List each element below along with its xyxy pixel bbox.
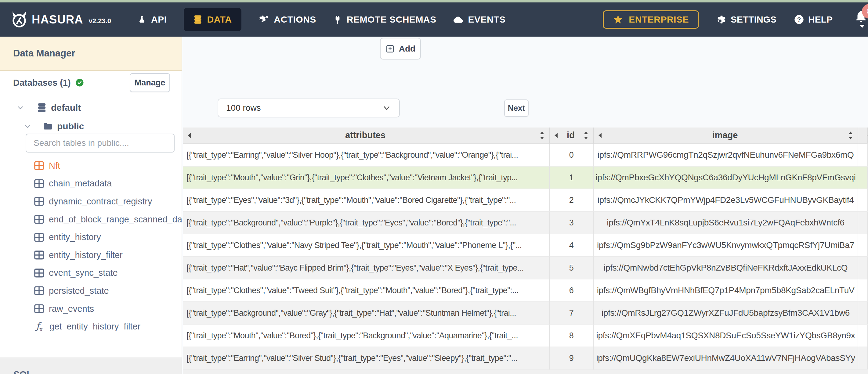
cell-attributes[interactable]: [{"trait_type":"Background","value":"Gra… — [183, 302, 550, 324]
table-body: [{"trait_type":"Earring","value":"Silver… — [183, 144, 868, 374]
table-item-label: get_entity_history_filter — [50, 321, 141, 332]
caret-left-icon[interactable] — [186, 132, 192, 139]
cell-attributes[interactable]: [{"trait_type":"Clothes","value":"Tweed … — [183, 279, 550, 302]
cell-id[interactable]: 4 — [550, 234, 594, 257]
database-name: default — [51, 102, 81, 113]
sort-icon[interactable] — [583, 131, 589, 140]
table-icon — [34, 197, 44, 206]
cell-attributes[interactable]: [{"trait_type":"Background","value":"Pur… — [183, 212, 550, 234]
chevron-down-icon[interactable] — [24, 123, 31, 130]
data-manager-title: Data Manager — [0, 37, 182, 71]
nav-right-group: ENTERPRISE SETTINGS ? HELP 8 — [603, 9, 868, 30]
cell-extra — [858, 257, 868, 279]
help-button[interactable]: ? HELP — [794, 14, 833, 25]
flask-icon — [138, 15, 146, 24]
cell-attributes[interactable]: [{"trait_type":"Mouth","value":"Bored"},… — [183, 324, 550, 347]
sql-section-link[interactable]: SQL — [0, 357, 182, 374]
cell-id[interactable]: 7 — [550, 302, 594, 324]
database-icon — [193, 15, 202, 24]
column-header-image[interactable]: image — [594, 127, 858, 144]
table-row: [{"trait_type":"Clothes","value":"Tweed … — [183, 279, 868, 302]
table-item-raw-events[interactable]: raw_events — [0, 300, 182, 318]
cell-attributes[interactable]: [{"trait_type":"Eyes","value":"3d"},{"tr… — [183, 189, 550, 212]
settings-button[interactable]: SETTINGS — [717, 14, 776, 25]
table-item-end-of-block-range-scanned-data[interactable]: end_of_block_range_scanned_data — [0, 211, 182, 228]
cell-image[interactable]: ipfs://QmUQgKka8EW7exiUHnMwZ4UoXA11wV7NF… — [594, 347, 858, 370]
cell-extra — [858, 347, 868, 370]
table-item-dynamic-contract-registry[interactable]: dynamic_contract_registry — [0, 192, 182, 211]
sort-icon[interactable] — [847, 131, 854, 140]
cell-id[interactable]: 1 — [550, 166, 594, 189]
cell-id[interactable]: 6 — [550, 279, 594, 302]
table-item-event-sync-state[interactable]: event_sync_state — [0, 264, 182, 282]
table-item-nft[interactable]: Nft — [0, 157, 182, 175]
table-row: [{"trait_type":"Earring","value":"Silver… — [183, 347, 868, 370]
cell-image[interactable]: ipfs://QmRRPWG96cmgTn2qSzjwr2qvfNEuhunv6… — [594, 144, 858, 166]
cell-attributes[interactable]: [{"trait_type":"Mouth","value":"Grin"},{… — [183, 166, 550, 189]
sort-icon[interactable] — [539, 131, 546, 140]
databases-count-label: Databases (1) — [13, 78, 71, 88]
table-row: [{"trait_type":"Earring","value":"Silver… — [183, 144, 868, 166]
table-item-chain-metadata[interactable]: chain_metadata — [0, 175, 182, 193]
table-row: [{"trait_type":"Background","value":"Gra… — [183, 302, 868, 324]
cell-image[interactable]: ipfs://QmPbxeGcXhYQQNgsC6a36dDyYUcHgMLnG… — [594, 166, 858, 189]
cell-id[interactable]: 5 — [550, 257, 594, 279]
table-item-label: event_sync_state — [49, 268, 118, 278]
cell-id[interactable]: 3 — [550, 212, 594, 234]
table-header: attributes id image — [183, 127, 868, 144]
table-item-label: raw_events — [49, 304, 94, 314]
caret-left-icon[interactable] — [866, 132, 868, 139]
nav-item-label: EVENTS — [468, 14, 506, 25]
cell-extra — [858, 189, 868, 212]
cell-attributes[interactable]: [{"trait_type":"Clothes","value":"Navy S… — [183, 234, 550, 257]
nav-item-events[interactable]: EVENTS — [454, 14, 506, 25]
caret-left-icon[interactable] — [553, 132, 559, 139]
cell-attributes[interactable]: [{"trait_type":"Earring","value":"Silver… — [183, 144, 550, 166]
table-item-entity-history-filter[interactable]: entity_history_filter — [0, 246, 182, 264]
nav-item-actions[interactable]: ACTIONS — [258, 14, 316, 25]
notifications-button[interactable]: 8 — [854, 9, 868, 30]
cell-image[interactable]: ipfs://QmRsJLrg27GQ1ZWyrXZFuJFdU5bapfzsy… — [594, 302, 858, 324]
nav-item-api[interactable]: API — [138, 14, 167, 25]
add-label: Add — [399, 44, 415, 54]
manage-button[interactable]: Manage — [130, 73, 170, 92]
enterprise-button[interactable]: ENTERPRISE — [603, 10, 699, 29]
cell-image[interactable]: ipfs://QmXEqPbvM4aq1SQSXN8DSuEcSo5SseYW1… — [594, 324, 858, 347]
cell-extra — [858, 212, 868, 234]
table-item-entity-history[interactable]: entity_history — [0, 228, 182, 246]
cell-extra — [858, 166, 868, 189]
rows-per-page-select[interactable]: 100 rows — [218, 98, 400, 118]
chevron-down-icon[interactable] — [17, 104, 24, 111]
schema-name: public — [57, 121, 84, 131]
cell-id[interactable]: 9 — [550, 347, 594, 370]
tree-node-default[interactable]: default — [17, 102, 81, 113]
column-header-id[interactable]: id — [550, 127, 594, 144]
cell-extra — [858, 302, 868, 324]
cell-image[interactable]: ipfs://QmWBgfBhyVmHNhBfEQ7p1P4Mpn7pm5b8K… — [594, 279, 858, 302]
cell-attributes[interactable]: [{"trait_type":"Earring","value":"Silver… — [183, 347, 550, 370]
partially-visible-row — [183, 370, 868, 374]
table-item-persisted-state[interactable]: persisted_state — [0, 282, 182, 300]
table-item-label: entity_history — [49, 232, 101, 242]
search-tables-input[interactable] — [26, 134, 175, 153]
cell-image[interactable]: ipfs://QmcJYkCKK7QPmYWjp4FD2e3Lv5WCGFuHN… — [594, 189, 858, 212]
cell-id[interactable]: 0 — [550, 144, 594, 166]
tree-node-public[interactable]: public — [24, 121, 84, 131]
cell-image[interactable]: ipfs://QmSg9bPzW9anFYc3wWU5KnvymwkxQTpmq… — [594, 234, 858, 257]
caret-left-icon[interactable] — [597, 132, 603, 139]
cell-image[interactable]: ipfs://QmYxT4LnK8sqLupjbS6eRvu1si7Ly2wFQ… — [594, 212, 858, 234]
nav-item-data[interactable]: DATA — [184, 8, 241, 31]
cell-attributes[interactable]: [{"trait_type":"Hat","value":"Bayc Flipp… — [183, 257, 550, 279]
table-icon — [34, 250, 44, 259]
column-header-attributes[interactable]: attributes — [183, 127, 550, 144]
add-row-button[interactable]: Add — [380, 38, 421, 60]
cell-image[interactable]: ipfs://QmNwbd7ctEhGpVkP8nZvBBQfiNeFKRdxf… — [594, 257, 858, 279]
plug-icon — [333, 15, 342, 24]
nav-item-remote-schemas[interactable]: REMOTE SCHEMAS — [333, 14, 436, 25]
hasura-logo-group[interactable]: HASURA v2.23.0 — [0, 11, 111, 28]
function-item-get-entity-history-filter[interactable]: ƒx get_entity_history_filter — [0, 318, 182, 336]
next-page-button[interactable]: Next — [504, 99, 529, 117]
column-header-truncated[interactable] — [858, 127, 868, 144]
cell-id[interactable]: 8 — [550, 324, 594, 347]
cell-id[interactable]: 2 — [550, 189, 594, 212]
